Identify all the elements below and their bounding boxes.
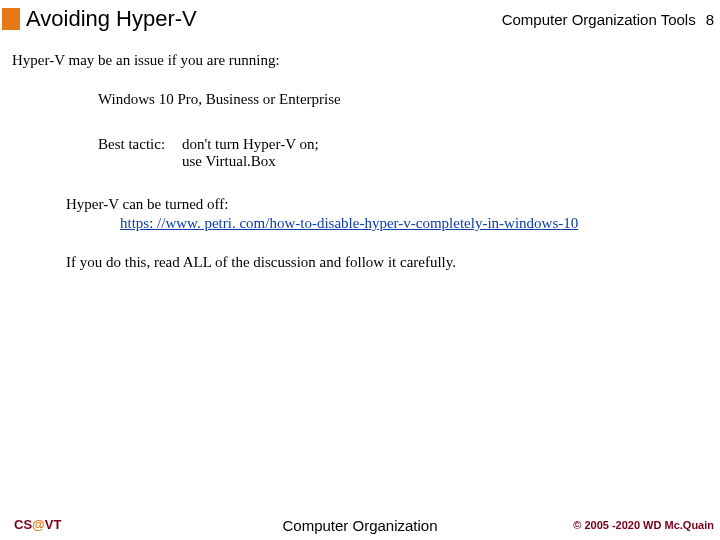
careful-line: If you do this, read ALL of the discussi… bbox=[66, 254, 708, 271]
tactic-line-2: use Virtual.Box bbox=[182, 153, 276, 170]
footer-center: Computer Organization bbox=[282, 517, 437, 534]
disable-hyperv-link[interactable]: https: //www. petri. com/how-to-disable-… bbox=[120, 215, 578, 232]
slide-body: Hyper-V may be an issue if you are runni… bbox=[0, 32, 720, 271]
tactic-block: Best tactic: don't turn Hyper-V on; use … bbox=[98, 136, 708, 170]
footer-left-suffix: VT bbox=[45, 517, 62, 532]
header-right: Computer Organization Tools 8 bbox=[502, 11, 720, 28]
turn-off-block: Hyper-V can be turned off: https: //www.… bbox=[66, 196, 708, 232]
tactic-label: Best tactic: bbox=[98, 136, 182, 153]
accent-box bbox=[2, 8, 20, 30]
page-number: 8 bbox=[706, 11, 714, 28]
intro-line: Hyper-V may be an issue if you are runni… bbox=[12, 52, 708, 69]
footer-left-prefix: CS bbox=[14, 517, 32, 532]
footer: CS@VT Computer Organization © 2005 -2020… bbox=[0, 517, 720, 532]
footer-at: @ bbox=[32, 517, 45, 532]
turn-off-line: Hyper-V can be turned off: bbox=[66, 196, 708, 213]
tactic-line-1: don't turn Hyper-V on; bbox=[182, 136, 319, 153]
course-name: Computer Organization Tools bbox=[502, 11, 696, 28]
windows-line: Windows 10 Pro, Business or Enterprise bbox=[98, 91, 708, 108]
footer-right: © 2005 -2020 WD Mc.Quain bbox=[573, 519, 714, 531]
footer-left: CS@VT bbox=[14, 517, 61, 532]
slide-title: Avoiding Hyper-V bbox=[26, 6, 197, 32]
